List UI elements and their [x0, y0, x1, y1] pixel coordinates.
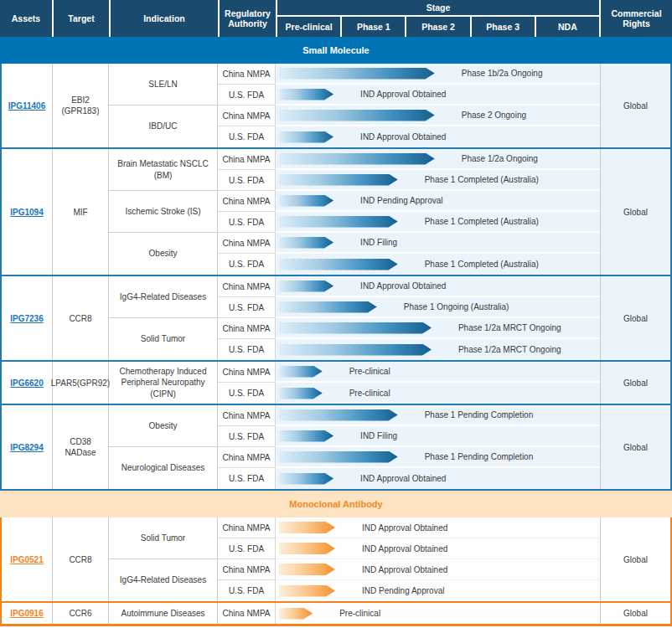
progress-arrow — [279, 131, 333, 143]
stage-status: Phase 2 Ongoing — [462, 111, 526, 120]
indication-group: Neurological Diseases China NMPA Phase 1… — [109, 447, 600, 489]
target-cell: CCR8 — [53, 276, 109, 360]
asset-link-ipg6620[interactable]: IPG6620 — [10, 378, 43, 388]
stage-status: Pre-clinical — [339, 609, 380, 618]
stage-status: Phase 1/2a MRCT Ongoing — [458, 345, 561, 354]
asset-link-ipg0521[interactable]: IPG0521 — [10, 555, 43, 564]
indication-cell: Ischemic Stroke (IS) — [109, 191, 218, 233]
stage-cell: IND Approval Obtained — [276, 538, 600, 559]
indication-cell: Autoimmune Diseases — [109, 603, 218, 624]
progress-arrow — [279, 543, 335, 554]
stage-cell: IND Approval Obtained — [276, 276, 600, 297]
authority-cell: China NMPA — [218, 559, 276, 580]
progress-arrow — [279, 301, 377, 313]
stage-status: IND Pending Approval — [362, 586, 444, 595]
pipeline-row: U.S. FDA IND Filing — [218, 426, 600, 447]
header-stage: Stage — [277, 0, 599, 17]
progress-arrow — [279, 153, 435, 165]
stage-cell: Phase 1 Ongoing (Australia) — [276, 297, 600, 318]
target-cell: LPAR5(GPR92) — [53, 362, 109, 404]
asset-group-ipg6620: IPG6620 LPAR5(GPR92) Chemotherapy Induce… — [2, 360, 670, 404]
authority-cell: U.S. FDA — [218, 126, 276, 147]
pipeline-row: China NMPA IND Approval Obtained — [218, 276, 600, 297]
indication-group: IgG4-Related Diseases China NMPA IND App… — [109, 559, 600, 601]
indication-cell: Chemotherapy Induced Peripheral Neuropat… — [109, 362, 218, 404]
stage-cell: Pre-clinical — [276, 362, 600, 383]
commercial-rights-cell: Global — [600, 362, 670, 404]
stage-cell: IND Approval Obtained — [276, 517, 600, 538]
authority-cell: U.S. FDA — [218, 339, 276, 360]
stage-cell: Phase 1 Completed (Australia) — [276, 254, 600, 275]
authority-cell: U.S. FDA — [218, 254, 276, 275]
pipeline-row: China NMPA Pre-clinical — [218, 603, 600, 624]
asset-link-ipg8294[interactable]: IPG8294 — [10, 443, 43, 452]
stage-status: IND Filing — [360, 431, 397, 440]
stage-cell: Pre-clinical — [276, 603, 600, 624]
stage-status: Phase 1 Completed (Australia) — [425, 260, 539, 269]
stage-status: Phase 1/2a Ongoing — [462, 154, 538, 163]
stage-status: IND Approval Obtained — [360, 281, 446, 291]
asset-link-ipg7236[interactable]: IPG7236 — [10, 314, 43, 323]
stage-status: Phase 1 Pending Completion — [425, 410, 534, 420]
target-cell: CD38 NADase — [53, 405, 109, 489]
progress-arrow — [279, 608, 313, 620]
indication-cell: Obesity — [109, 233, 218, 275]
progress-arrow — [279, 473, 333, 485]
header-assets: Assets — [0, 0, 54, 37]
stage-cell: IND Approval Obtained — [276, 85, 600, 106]
stage-status: IND Approval Obtained — [360, 132, 446, 142]
pipeline-row: China NMPA Phase 1/2a MRCT Ongoing — [218, 318, 600, 339]
asset-group-ipg7236: IPG7236 CCR8 IgG4-Related Diseases China… — [2, 275, 670, 360]
indication-cell: Obesity — [109, 405, 218, 447]
stage-cell: IND Pending Approval — [276, 191, 600, 212]
commercial-rights-cell: Global — [600, 64, 670, 147]
stage-cell: Phase 1/2a Ongoing — [276, 149, 600, 170]
progress-arrow — [279, 430, 333, 442]
asset-group-ipg0521: IPG0521 CCR8 Solid Tumor China NMPA IND … — [2, 517, 670, 601]
target-cell: EBI2 (GPR183) — [53, 64, 109, 147]
indication-group: Brain Metastatic NSCLC (BM) China NMPA P… — [109, 149, 600, 191]
asset-link-ipg11406[interactable]: IPG11406 — [8, 101, 45, 111]
authority-cell: China NMPA — [218, 517, 276, 538]
authority-cell: U.S. FDA — [218, 85, 276, 106]
stage-status: Phase 1 Ongoing (Australia) — [404, 302, 509, 311]
stage-status: IND Approval Obtained — [360, 90, 446, 99]
stage-cell: IND Approval Obtained — [276, 468, 600, 489]
header-regulatory-authority: Regulatory Authority — [220, 0, 277, 37]
progress-arrow — [279, 344, 432, 356]
header-stage-phase1: Phase 1 — [342, 17, 406, 37]
stage-status: IND Filing — [360, 238, 397, 247]
authority-cell: U.S. FDA — [218, 580, 276, 601]
table-header: Assets Target Indication Regulatory Auth… — [0, 0, 672, 37]
commercial-rights-cell: Global — [600, 149, 670, 275]
asset-group-ipg0916: IPG0916 CCR6 Autoimmune Diseases China N… — [2, 601, 670, 624]
section-band-monoclonal-antibody: Monoclonal Antibody — [0, 491, 672, 517]
asset-link-ipg1094[interactable]: IPG1094 — [10, 208, 43, 217]
indication-group: IgG4-Related Diseases China NMPA IND App… — [109, 276, 600, 318]
authority-cell: U.S. FDA — [218, 538, 276, 559]
pipeline-row: China NMPA Phase 1b/2a Ongoing — [218, 64, 600, 85]
progress-arrow — [279, 174, 398, 186]
pipeline-row: U.S. FDA Phase 1 Ongoing (Australia) — [218, 297, 600, 318]
target-cell: CCR6 — [53, 603, 109, 624]
header-stage-preclinical: Pre-clinical — [277, 17, 342, 37]
authority-cell: U.S. FDA — [218, 170, 276, 191]
asset-link-ipg0916[interactable]: IPG0916 — [10, 609, 43, 618]
stage-status: IND Approval Obtained — [360, 474, 446, 483]
pipeline-row: China NMPA Phase 2 Ongoing — [218, 106, 600, 126]
progress-arrow — [279, 68, 435, 80]
indication-cell: SLE/LN — [109, 64, 218, 106]
header-stage-phase3: Phase 3 — [472, 17, 536, 37]
indication-group: Autoimmune Diseases China NMPA Pre-clini… — [109, 603, 600, 624]
indication-cell: Brain Metastatic NSCLC (BM) — [109, 149, 218, 191]
pipeline-row: U.S. FDA IND Approval Obtained — [218, 85, 600, 106]
progress-arrow — [279, 322, 432, 334]
progress-arrow — [279, 409, 398, 421]
stage-cell: Phase 2 Ongoing — [276, 106, 600, 126]
progress-arrow — [279, 451, 398, 463]
asset-group-ipg8294: IPG8294 CD38 NADase Obesity China NMPA P… — [2, 404, 670, 489]
stage-cell: IND Approval Obtained — [276, 559, 600, 580]
stage-cell: IND Filing — [276, 426, 600, 447]
asset-group-ipg11406: IPG11406 EBI2 (GPR183) SLE/LN China NMPA… — [2, 64, 670, 147]
section-monoclonal-antibody: IPG0521 CCR8 Solid Tumor China NMPA IND … — [0, 517, 672, 626]
